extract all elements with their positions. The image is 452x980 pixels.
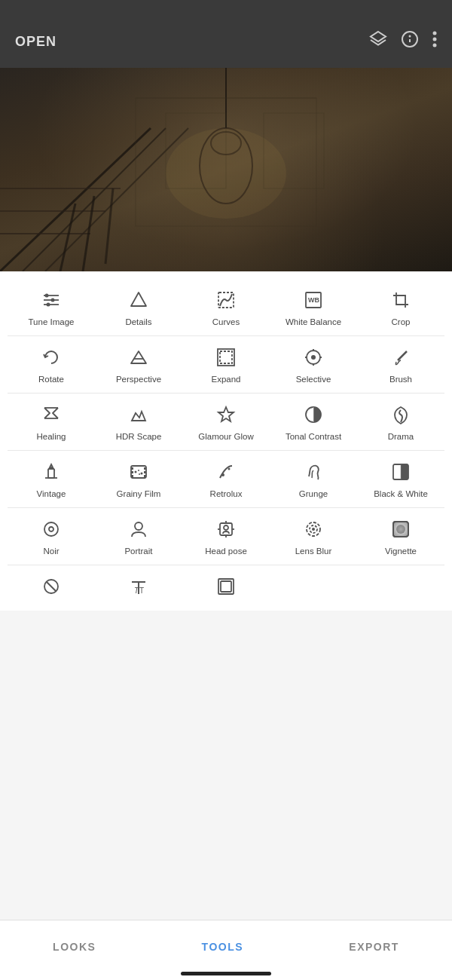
tool-text[interactable]: T T	[95, 565, 182, 611]
svg-rect-85	[393, 522, 408, 537]
info-icon[interactable]	[401, 30, 419, 53]
svg-rect-57	[131, 471, 133, 473]
svg-text:WB: WB	[308, 296, 319, 304]
healing-label: Healing	[37, 431, 66, 443]
tool-drama[interactable]: Drama	[357, 394, 444, 450]
svg-point-40	[311, 355, 316, 360]
black-white-icon	[390, 460, 411, 484]
white-balance-icon: WB	[303, 288, 324, 312]
tool-tonal-contrast[interactable]: Tonal Contrast	[270, 394, 357, 450]
tool-details[interactable]: Details	[95, 279, 182, 335]
tool-portrait[interactable]: Portrait	[95, 508, 182, 565]
grunge-icon	[303, 460, 324, 484]
black-white-label: Black & White	[374, 488, 428, 500]
tool-brush[interactable]: Brush	[357, 336, 444, 393]
tool-curves[interactable]: Curves	[182, 279, 270, 335]
nav-tools[interactable]: TOOLS	[187, 933, 258, 960]
svg-point-5	[433, 38, 437, 41]
tool-tune-image[interactable]: Tune Image	[8, 279, 95, 335]
svg-rect-60	[144, 471, 146, 473]
svg-rect-59	[144, 467, 146, 470]
tool-perspective[interactable]: Perspective	[95, 336, 182, 393]
drama-label: Drama	[388, 431, 414, 443]
text-icon: T T	[128, 574, 149, 599]
svg-line-45	[398, 351, 407, 360]
grunge-label: Grunge	[299, 488, 328, 500]
portrait-icon	[128, 517, 149, 541]
home-indicator	[181, 972, 271, 975]
grainy-film-icon	[128, 460, 149, 484]
perspective-icon	[128, 345, 149, 369]
healing-icon	[41, 403, 62, 427]
svg-point-64	[141, 472, 143, 474]
tool-vintage[interactable]: Vintage	[8, 451, 95, 507]
svg-point-65	[139, 473, 140, 475]
svg-point-82	[312, 528, 315, 531]
head-pose-label: Head pose	[205, 546, 247, 557]
white-balance-label: White Balance	[286, 317, 341, 328]
noir-label: Noir	[43, 546, 59, 557]
tool-selective[interactable]: Selective	[270, 336, 357, 393]
tune-image-label: Tune Image	[29, 317, 75, 328]
head-pose-icon	[215, 517, 237, 541]
tool-watermark[interactable]	[8, 565, 95, 611]
svg-point-73	[135, 522, 142, 530]
tools-row-3: Healing HDR Scape Glamour Glow	[0, 394, 452, 450]
drama-icon	[390, 403, 411, 427]
svg-point-30	[47, 303, 50, 307]
open-button[interactable]: OPEN	[15, 34, 56, 50]
svg-point-28	[45, 294, 49, 298]
details-icon	[128, 288, 149, 312]
tools-area: Tune Image Details Curves	[0, 271, 452, 611]
svg-rect-35	[396, 296, 405, 305]
tool-white-balance[interactable]: WB White Balance	[270, 279, 357, 335]
portrait-label: Portrait	[124, 546, 152, 557]
hdr-scape-icon	[128, 403, 149, 427]
tool-hdr-scape[interactable]: HDR Scape	[95, 394, 182, 450]
tools-row-1: Tune Image Details Curves	[0, 279, 452, 335]
tool-rotate[interactable]: Rotate	[8, 336, 95, 393]
svg-point-4	[433, 32, 437, 35]
tool-black-white[interactable]: Black & White	[357, 451, 444, 507]
svg-point-75	[224, 525, 228, 530]
tool-crop[interactable]: Crop	[357, 279, 444, 335]
vintage-icon	[41, 460, 62, 484]
grainy-film-label: Grainy Film	[117, 488, 161, 500]
tool-retrolux[interactable]: Retrolux	[182, 451, 270, 507]
tool-noir[interactable]: Noir	[8, 508, 95, 565]
tool-expand[interactable]: Expand	[182, 336, 270, 393]
tools-row-4: Vintage Grainy Film Retro	[0, 451, 452, 507]
tool-healing[interactable]: Healing	[8, 394, 95, 450]
layers-icon[interactable]	[369, 30, 387, 53]
svg-text:T: T	[134, 586, 139, 595]
crop-icon	[390, 288, 411, 312]
hdr-scape-label: HDR Scape	[116, 431, 162, 443]
crop-label: Crop	[392, 317, 411, 328]
rotate-icon	[41, 345, 62, 369]
expand-icon	[215, 345, 237, 369]
svg-point-67	[228, 467, 231, 470]
vignette-icon	[390, 517, 411, 541]
nav-looks[interactable]: LOOKS	[38, 933, 111, 960]
more-icon[interactable]	[432, 31, 437, 52]
svg-marker-0	[371, 32, 386, 41]
tool-grunge[interactable]: Grunge	[270, 451, 357, 507]
lens-blur-label: Lens Blur	[295, 546, 332, 557]
photo-preview	[0, 68, 452, 271]
nav-export[interactable]: EXPORT	[334, 933, 414, 960]
tool-glamour-glow[interactable]: Glamour Glow	[182, 394, 270, 450]
glamour-glow-icon	[215, 403, 237, 427]
tool-frames[interactable]	[182, 565, 270, 611]
svg-line-7	[0, 128, 151, 271]
tool-grainy-film[interactable]: Grainy Film	[95, 451, 182, 507]
bottom-navigation: LOOKS TOOLS EXPORT	[0, 920, 452, 980]
details-label: Details	[125, 317, 151, 328]
tool-head-pose[interactable]: Head pose	[182, 508, 270, 565]
svg-text:T: T	[139, 586, 144, 595]
svg-rect-53	[48, 469, 54, 478]
svg-point-66	[221, 473, 224, 476]
tool-lens-blur[interactable]: Lens Blur	[270, 508, 357, 565]
tool-vignette[interactable]: Vignette	[357, 508, 444, 565]
vignette-label: Vignette	[385, 546, 417, 557]
svg-point-6	[433, 44, 437, 47]
